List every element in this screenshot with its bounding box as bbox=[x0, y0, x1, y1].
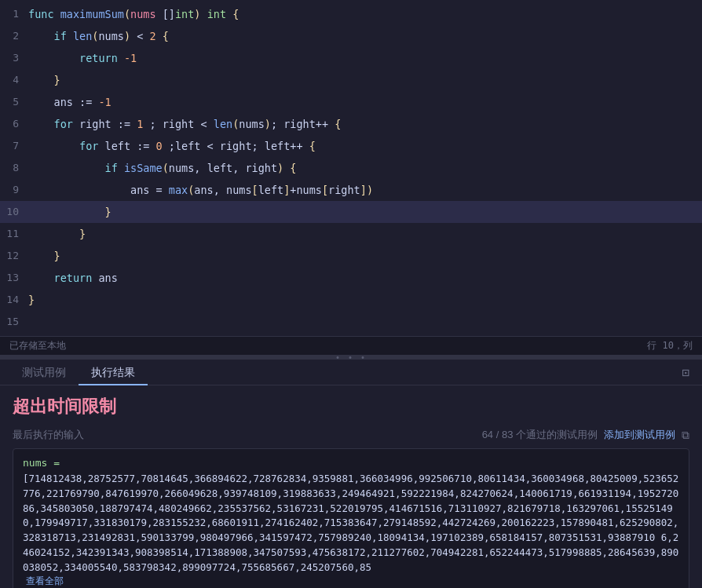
result-meta-right: 64 / 83 个通过的测试用例 添加到测试用例 ⧉ bbox=[482, 428, 689, 442]
input-label: nums = bbox=[23, 457, 679, 469]
status-bar: 已存储至本地 行 10，列 bbox=[0, 336, 702, 355]
status-position: 行 10，列 bbox=[647, 339, 693, 352]
line-number-4: 4 bbox=[0, 69, 28, 91]
line-content-11: } bbox=[28, 223, 702, 245]
add-test-button[interactable]: 添加到测试用例 bbox=[604, 428, 675, 442]
line-content-6: for right := 1 ; right < len(nums); righ… bbox=[28, 113, 702, 135]
line-number-2: 2 bbox=[0, 25, 28, 47]
code-line-6: 6 for right := 1 ; right < len(nums); ri… bbox=[0, 113, 702, 135]
result-title: 超出时间限制 bbox=[13, 395, 689, 418]
code-line-13: 13 return ans bbox=[0, 267, 702, 289]
code-line-15: 15 bbox=[0, 311, 702, 333]
result-meta-row: 最后执行的输入 64 / 83 个通过的测试用例 添加到测试用例 ⧉ bbox=[13, 428, 689, 442]
line-content-8: if isSame(nums, left, right) { bbox=[28, 157, 702, 179]
input-data-text: [714812438,28752577,70814645,366894622,7… bbox=[23, 472, 679, 575]
copy-icon[interactable]: ⧉ bbox=[682, 429, 689, 442]
tab-execution-result[interactable]: 执行结果 bbox=[79, 360, 148, 385]
line-number-12: 12 bbox=[0, 245, 28, 267]
line-number-1: 1 bbox=[0, 3, 28, 25]
line-content-3: return -1 bbox=[28, 47, 702, 69]
code-line-5: 5 ans := -1 bbox=[0, 91, 702, 113]
line-number-3: 3 bbox=[0, 47, 28, 69]
code-line-10: 10 } bbox=[0, 201, 702, 223]
line-number-14: 14 bbox=[0, 289, 28, 311]
result-content: 超出时间限制 最后执行的输入 64 / 83 个通过的测试用例 添加到测试用例 … bbox=[0, 385, 702, 588]
line-number-13: 13 bbox=[0, 267, 28, 289]
code-line-11: 11 } bbox=[0, 223, 702, 245]
line-number-7: 7 bbox=[0, 135, 28, 157]
line-content-5: ans := -1 bbox=[28, 91, 702, 113]
code-line-2: 2 if len(nums) < 2 { bbox=[0, 25, 702, 47]
app-container: 1func maximumSum(nums []int) int {2 if l… bbox=[0, 0, 702, 588]
line-content-10: } bbox=[28, 201, 702, 223]
tab-test-case[interactable]: 测试用例 bbox=[9, 360, 79, 385]
test-count: 64 / 83 个通过的测试用例 bbox=[482, 428, 598, 442]
line-number-10: 10 bbox=[0, 201, 28, 223]
meta-label: 最后执行的输入 bbox=[13, 428, 84, 442]
code-lines: 1func maximumSum(nums []int) int {2 if l… bbox=[0, 0, 702, 336]
line-content-4: } bbox=[28, 69, 702, 91]
line-content-13: return ans bbox=[28, 267, 702, 289]
line-number-11: 11 bbox=[0, 223, 28, 245]
line-number-6: 6 bbox=[0, 113, 28, 135]
line-number-8: 8 bbox=[0, 157, 28, 179]
line-number-5: 5 bbox=[0, 91, 28, 113]
bottom-panel: 测试用例 执行结果 ⊡ 超出时间限制 最后执行的输入 64 / 83 个通过的测… bbox=[0, 360, 702, 588]
code-line-4: 4 } bbox=[0, 69, 702, 91]
expand-icon[interactable]: ⊡ bbox=[678, 362, 693, 383]
line-content-1: func maximumSum(nums []int) int { bbox=[28, 3, 702, 25]
line-content-7: for left := 0 ;left < right; left++ { bbox=[28, 135, 702, 157]
code-line-9: 9 ans = max(ans, nums[left]+nums[right]) bbox=[0, 179, 702, 201]
panel-tabs: 测试用例 执行结果 ⊡ bbox=[0, 360, 702, 385]
line-number-15: 15 bbox=[0, 311, 28, 333]
line-content-2: if len(nums) < 2 { bbox=[28, 25, 702, 47]
code-line-12: 12 } bbox=[0, 245, 702, 267]
line-number-9: 9 bbox=[0, 179, 28, 201]
code-line-7: 7 for left := 0 ;left < right; left++ { bbox=[0, 135, 702, 157]
input-box: nums = [714812438,28752577,70814645,3668… bbox=[13, 448, 689, 588]
line-content-12: } bbox=[28, 245, 702, 267]
editor-area: 1func maximumSum(nums []int) int {2 if l… bbox=[0, 0, 702, 336]
view-all-link[interactable]: 查看全部 bbox=[26, 575, 64, 588]
line-content-9: ans = max(ans, nums[left]+nums[right]) bbox=[28, 179, 702, 201]
code-line-3: 3 return -1 bbox=[0, 47, 702, 69]
input-data: [714812438,28752577,70814645,366894622,7… bbox=[23, 472, 679, 588]
code-line-8: 8 if isSame(nums, left, right) { bbox=[0, 157, 702, 179]
line-content-14: } bbox=[28, 289, 702, 311]
code-line-1: 1func maximumSum(nums []int) int { bbox=[0, 3, 702, 25]
status-saved: 已存储至本地 bbox=[9, 339, 66, 352]
code-line-14: 14} bbox=[0, 289, 702, 311]
